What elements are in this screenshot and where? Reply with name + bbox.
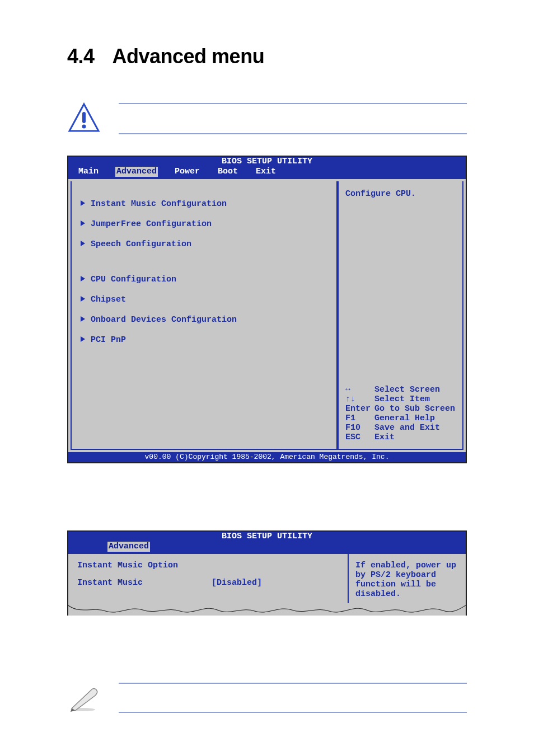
section-title-text: Advanced menu xyxy=(113,45,265,68)
setting-label: Instant Music xyxy=(77,578,212,588)
torn-edge-icon xyxy=(68,603,466,616)
body-paragraph-1 xyxy=(67,490,467,522)
menu-item-chipset[interactable]: Chipset xyxy=(77,294,331,305)
bios-key-legend: ↔Select Screen ↑↓Select Item EnterGo to … xyxy=(345,385,457,442)
bios-menu-list: Instant Music Configuration JumperFree C… xyxy=(71,181,338,450)
bios-tab-exit[interactable]: Exit xyxy=(255,167,277,177)
arrow-right-icon xyxy=(81,316,85,322)
bios2-heading: Instant Music Option xyxy=(77,561,334,570)
menu-item-pci-pnp[interactable]: PCI PnP xyxy=(77,335,331,345)
setting-value: [Disabled] xyxy=(212,578,262,588)
bios-title: BIOS SETUP UTILITY xyxy=(68,157,466,167)
section-number: 4.4 xyxy=(67,45,95,68)
bios-tab-main[interactable]: Main xyxy=(77,167,100,177)
menu-item-instant-music-config[interactable]: Instant Music Configuration xyxy=(77,199,331,209)
bios-advanced-screenshot: BIOS SETUP UTILITY Main Advanced Power B… xyxy=(67,156,467,463)
bios-tab-boot[interactable]: Boot xyxy=(217,167,239,177)
warning-text-area xyxy=(119,103,467,134)
bios-instant-music-screenshot: BIOS SETUP UTILITY Advanced Instant Musi… xyxy=(67,530,467,616)
svg-point-1 xyxy=(82,125,86,129)
menu-item-jumperfree-config[interactable]: JumperFree Configuration xyxy=(77,219,331,229)
bios2-title: BIOS SETUP UTILITY xyxy=(68,532,466,542)
body-paragraph-3 xyxy=(67,733,467,756)
menu-item-onboard-devices[interactable]: Onboard Devices Configuration xyxy=(77,314,331,325)
menu-item-cpu-config[interactable]: CPU Configuration xyxy=(77,274,331,285)
bios-footer: v00.00 (C)Copyright 1985-2002, American … xyxy=(68,452,466,462)
bios-help-text: Configure CPU. xyxy=(345,189,457,385)
arrow-right-icon xyxy=(81,200,85,206)
warning-icon xyxy=(67,102,101,135)
svg-rect-0 xyxy=(82,112,86,123)
pencil-note-icon xyxy=(67,684,101,712)
warning-note xyxy=(67,102,467,135)
setting-instant-music[interactable]: Instant Music [Disabled] xyxy=(77,578,334,588)
note-block-1 xyxy=(67,683,467,713)
bios-tabs: Main Advanced Power Boot Exit xyxy=(68,167,466,178)
bios-body: Instant Music Configuration JumperFree C… xyxy=(68,178,466,452)
arrow-right-icon xyxy=(81,220,85,226)
arrow-right-icon xyxy=(81,296,85,302)
bios2-tabs: Advanced xyxy=(68,542,466,553)
note-text-area-1 xyxy=(119,683,467,713)
bios2-left-panel: Instant Music Option Instant Music [Disa… xyxy=(71,554,349,603)
arrow-right-icon xyxy=(81,276,85,281)
bios2-help-panel: If enabled, power up by PS/2 keyboard fu… xyxy=(349,554,463,603)
section-title: 4.4Advanced menu xyxy=(67,45,467,68)
arrow-right-icon xyxy=(81,336,85,342)
bios-tab-advanced[interactable]: Advanced xyxy=(115,167,158,177)
menu-item-speech-config[interactable]: Speech Configuration xyxy=(77,239,331,250)
bios-tab-power[interactable]: Power xyxy=(174,167,201,177)
bios2-tab-advanced[interactable]: Advanced xyxy=(107,542,150,552)
arrow-right-icon xyxy=(81,241,85,246)
body-paragraph-2 xyxy=(67,642,467,674)
bios-help-panel: Configure CPU. ↔Select Screen ↑↓Select I… xyxy=(338,181,463,450)
